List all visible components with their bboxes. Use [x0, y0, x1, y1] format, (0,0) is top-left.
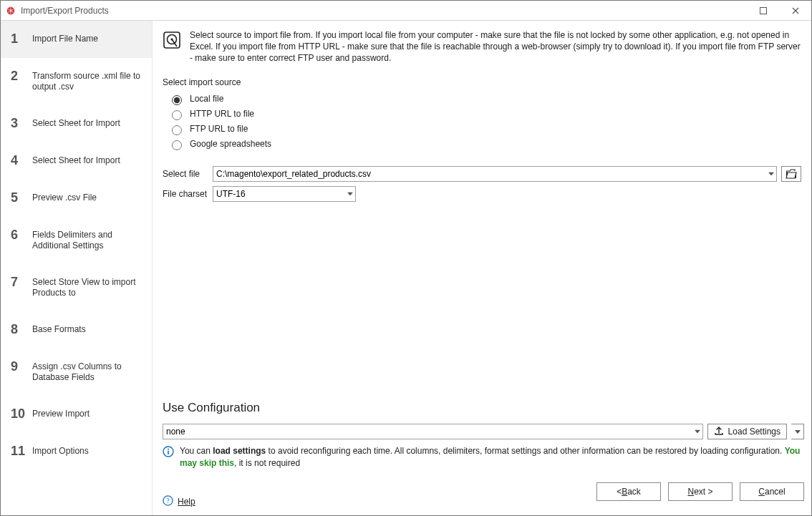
- configuration-select[interactable]: [163, 424, 703, 439]
- step-label: Preview Import: [32, 409, 90, 419]
- step-3[interactable]: 3 Select Sheet for Import: [1, 105, 152, 142]
- step-label: Fields Delimiters and Additional Setting…: [32, 230, 143, 251]
- svg-text:?: ?: [166, 497, 169, 505]
- radio-input[interactable]: [172, 140, 182, 150]
- import-source-radio-group: Local file HTTP URL to file FTP URL to f…: [168, 92, 804, 152]
- step-2[interactable]: 2 Transform source .xml file to output .…: [1, 58, 152, 105]
- back-button[interactable]: < Back: [596, 482, 661, 501]
- window-title: Import/Export Products: [21, 6, 109, 16]
- radio-input[interactable]: [172, 125, 182, 135]
- step-label: Preview .csv File: [32, 193, 97, 203]
- step-number: 4: [11, 154, 25, 167]
- step-label: Base Formats: [32, 324, 86, 335]
- browse-file-button[interactable]: [781, 166, 801, 182]
- step-7[interactable]: 7 Select Store View to import Products t…: [1, 264, 152, 311]
- wizard-window: Import/Export Products 1 Import File Nam…: [0, 0, 812, 516]
- load-settings-button[interactable]: Load Settings: [707, 424, 787, 439]
- radio-ftp-url[interactable]: FTP URL to file: [168, 122, 804, 137]
- cancel-button[interactable]: Cancel: [740, 482, 804, 501]
- next-button[interactable]: Next >: [668, 482, 733, 501]
- step-number: 2: [11, 69, 25, 82]
- step-number: 1: [11, 32, 25, 45]
- step-6[interactable]: 6 Fields Delimiters and Additional Setti…: [1, 217, 152, 264]
- step-label: Select Sheet for Import: [32, 118, 120, 129]
- step-number: 7: [11, 276, 25, 288]
- step-number: 11: [11, 444, 25, 457]
- step-label: Assign .csv Columns to Database Fields: [32, 361, 143, 383]
- radio-input[interactable]: [172, 110, 182, 120]
- step-label: Import Options: [32, 446, 89, 457]
- app-icon: [5, 5, 16, 16]
- info-icon: [163, 446, 174, 457]
- help-link[interactable]: Help: [178, 497, 195, 507]
- radio-input[interactable]: [172, 95, 182, 105]
- wizard-steps-sidebar: 1 Import File Name 2 Transform source .x…: [1, 21, 153, 515]
- step-number: 9: [11, 360, 25, 373]
- load-settings-label: Load Settings: [728, 427, 780, 437]
- file-charset-select[interactable]: [213, 186, 356, 202]
- step-label: Select Sheet for Import: [32, 155, 120, 166]
- step-number: 10: [11, 407, 25, 420]
- use-configuration-heading: Use Configuration: [163, 401, 804, 415]
- wizard-page: Select source to import file from. If yo…: [153, 21, 811, 515]
- import-source-heading: Select import source: [163, 77, 804, 87]
- select-file-input[interactable]: [213, 166, 777, 182]
- step-10[interactable]: 10 Preview Import: [1, 396, 152, 433]
- help-icon: ?: [163, 495, 173, 508]
- step-4[interactable]: 4 Select Sheet for Import: [1, 142, 152, 180]
- radio-label: Google spreadsheets: [190, 139, 271, 149]
- radio-google-spreadsheets[interactable]: Google spreadsheets: [168, 137, 804, 152]
- step-1[interactable]: 1 Import File Name: [1, 21, 152, 58]
- svg-point-5: [168, 449, 169, 450]
- file-charset-label: File charset: [163, 189, 208, 199]
- radio-http-url[interactable]: HTTP URL to file: [168, 107, 804, 122]
- radio-label: Local file: [190, 94, 223, 104]
- titlebar: Import/Export Products: [1, 1, 811, 21]
- configuration-info-text: You can load settings to avoid reconfigu…: [180, 445, 804, 469]
- intro-text: Select source to import file from. If yo…: [190, 29, 804, 64]
- step-5[interactable]: 5 Preview .csv File: [1, 180, 152, 217]
- step-11[interactable]: 11 Import Options: [1, 433, 152, 470]
- radio-local-file[interactable]: Local file: [168, 92, 804, 107]
- hard-drive-icon: [163, 31, 181, 49]
- radio-label: HTTP URL to file: [190, 109, 254, 119]
- radio-label: FTP URL to file: [190, 124, 248, 134]
- select-file-label: Select file: [163, 169, 208, 179]
- step-number: 5: [11, 191, 25, 204]
- upload-icon: [714, 426, 724, 438]
- window-close-button[interactable]: [779, 1, 811, 21]
- step-label: Transform source .xml file to output .cs…: [32, 71, 143, 92]
- step-9[interactable]: 9 Assign .csv Columns to Database Fields: [1, 349, 152, 396]
- step-label: Select Store View to import Products to: [32, 277, 143, 298]
- step-8[interactable]: 8 Base Formats: [1, 311, 152, 349]
- step-number: 6: [11, 228, 25, 241]
- svg-rect-6: [168, 451, 169, 455]
- step-number: 3: [11, 117, 25, 130]
- window-maximize-button[interactable]: [747, 1, 779, 21]
- step-number: 8: [11, 323, 25, 336]
- svg-rect-0: [760, 7, 766, 14]
- load-settings-dropdown[interactable]: [791, 424, 804, 439]
- step-label: Import File Name: [32, 34, 98, 44]
